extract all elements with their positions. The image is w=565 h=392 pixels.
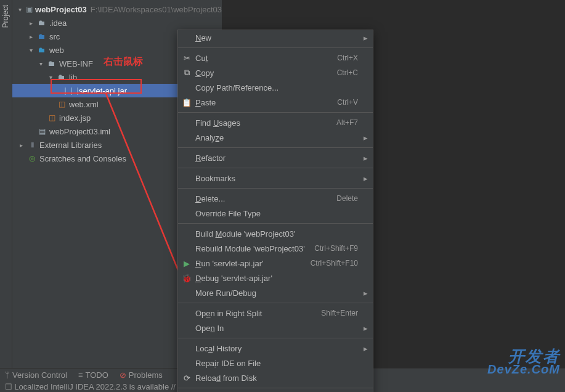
menu-local-history[interactable]: Local History▸ [178, 341, 373, 356]
submenu-arrow-icon: ▸ [364, 288, 368, 298]
module-icon: ▣ [25, 4, 33, 14]
tree-path: F:\IDEAWorkspaces01\webProject03 [91, 5, 222, 14]
annotation-rightclick: 右击鼠标 [104, 55, 143, 68]
submenu-arrow-icon: ▸ [364, 174, 368, 183]
highlight-box-jar [51, 79, 142, 94]
debug-icon: 🐞 [182, 274, 192, 283]
menu-copy[interactable]: ⧉CopyCtrl+C [178, 65, 373, 80]
menu-separator [178, 147, 373, 148]
menu-separator [178, 388, 373, 388]
menu-cut[interactable]: ✂CutCtrl+X [178, 51, 373, 65]
menu-override-filetype[interactable]: Override File Type [178, 206, 373, 221]
menu-more-run[interactable]: More Run/Debug▸ [178, 285, 373, 300]
run-icon: ▶ [182, 259, 192, 268]
menu-run[interactable]: ▶Run 'servlet-api.jar'Ctrl+Shift+F10 [178, 256, 373, 271]
todo-tool[interactable]: ≡TODO [78, 370, 108, 380]
submenu-arrow-icon: ▸ [364, 324, 368, 333]
status-message: Localized IntelliJ IDEA 2022.2.3 is avai… [14, 382, 176, 391]
menu-build-module[interactable]: Build Module 'webProject03' [178, 226, 373, 241]
branch-icon: ᛘ [5, 370, 10, 380]
menu-repair-ide[interactable]: Repair IDE on File [178, 356, 373, 370]
source-folder-icon: 🖿 [37, 31, 47, 41]
menu-refactor[interactable]: Refactor▸ [178, 150, 373, 165]
xml-icon: ◫ [57, 99, 67, 109]
menu-new[interactable]: New▸ [178, 30, 373, 45]
copy-icon: ⧉ [182, 68, 192, 78]
menu-separator [178, 188, 373, 189]
status-message-icon: ☐ [5, 382, 12, 391]
menu-paste[interactable]: 📋PasteCtrl+V [178, 95, 373, 110]
chevron-down-icon[interactable]: ▾ [17, 6, 23, 13]
todo-icon: ≡ [78, 370, 83, 380]
menu-separator [178, 47, 373, 48]
menu-separator [178, 223, 373, 224]
chevron-down-icon[interactable]: ▾ [37, 60, 44, 67]
tree-label: webProject03 [35, 5, 87, 14]
menu-separator [178, 112, 373, 113]
context-menu: New▸ ✂CutCtrl+X ⧉CopyCtrl+C Copy Path/Re… [177, 30, 373, 392]
folder-icon: 🖿 [37, 18, 47, 28]
tree-item-idea[interactable]: ▸ 🖿 .idea [12, 16, 222, 30]
chevron-down-icon[interactable]: ▾ [27, 47, 35, 54]
folder-icon: 🖿 [47, 59, 57, 68]
paste-icon: 📋 [182, 98, 192, 107]
menu-open-right-split[interactable]: Open in Right SplitShift+Enter [178, 306, 373, 321]
menu-open-in[interactable]: Open In▸ [178, 321, 373, 335]
web-folder-icon: 🖿 [37, 45, 47, 55]
submenu-arrow-icon: ▸ [364, 344, 368, 353]
problems-tool[interactable]: ⊘Problems [120, 370, 163, 380]
menu-analyze[interactable]: Analyze▸ [178, 130, 373, 145]
scratches-icon: ◎ [27, 153, 37, 163]
project-tab[interactable]: Project [0, 0, 11, 33]
submenu-arrow-icon: ▸ [364, 133, 368, 142]
menu-find-usages[interactable]: Find UsagesAlt+F7 [178, 115, 373, 130]
submenu-arrow-icon: ▸ [364, 33, 368, 43]
jsp-icon: ◫ [47, 113, 57, 123]
menu-separator [178, 168, 373, 168]
left-gutter: Project [0, 0, 12, 392]
iml-icon: ▤ [37, 126, 47, 136]
menu-bookmarks[interactable]: Bookmarks▸ [178, 171, 373, 186]
watermark: 开发者 DevZe.CoM [487, 349, 560, 375]
menu-separator [178, 338, 373, 338]
tree-root[interactable]: ▾ ▣ webProject03 F:\IDEAWorkspaces01\web… [12, 2, 222, 16]
chevron-right-icon[interactable]: ▸ [27, 20, 35, 27]
menu-reload[interactable]: ⟳Reload from Disk [178, 370, 373, 385]
menu-debug[interactable]: 🐞Debug 'servlet-api.jar' [178, 271, 373, 285]
version-control-tool[interactable]: ᛘVersion Control [5, 370, 67, 380]
reload-icon: ⟳ [182, 374, 192, 383]
menu-separator [178, 303, 373, 303]
menu-copy-path[interactable]: Copy Path/Reference... [178, 80, 373, 95]
libraries-icon: ⫴ [27, 140, 37, 150]
menu-rebuild-module[interactable]: Rebuild Module 'webProject03'Ctrl+Shift+… [178, 241, 373, 256]
problems-icon: ⊘ [120, 370, 126, 380]
chevron-right-icon[interactable]: ▸ [17, 142, 25, 149]
chevron-right-icon[interactable]: ▸ [27, 33, 35, 40]
submenu-arrow-icon: ▸ [364, 153, 368, 163]
cut-icon: ✂ [182, 54, 192, 63]
menu-delete[interactable]: Delete...Delete [178, 191, 373, 206]
